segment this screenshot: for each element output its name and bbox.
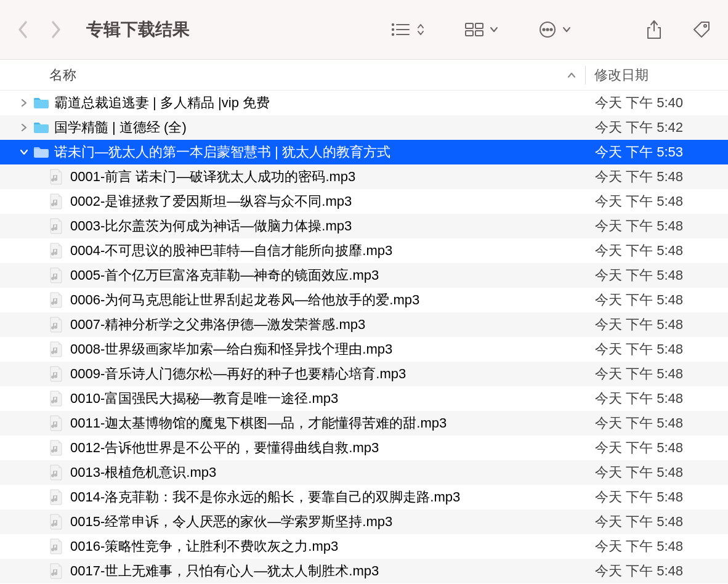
folder-row[interactable]: 霸道总裁追逃妻 | 多人精品 |vip 免费今天 下午 5:40 (0, 91, 728, 115)
svg-point-13 (550, 28, 552, 30)
file-row[interactable]: 0006-为何马克思能让世界刮起龙卷风—给他放手的爱.mp3今天 下午 5:48 (0, 288, 728, 312)
file-row[interactable]: 0012-告诉他世界是不公平的，要懂得曲线自救.mp3今天 下午 5:48 (0, 436, 728, 460)
svg-point-0 (392, 24, 394, 25)
date-modified: 今天 下午 5:48 (585, 463, 728, 482)
name-cell: 0005-首个亿万巨富洛克菲勒—神奇的镜面效应.mp3 (0, 266, 585, 285)
name-cell: 0002-是谁拯救了爱因斯坦—纵容与众不同.mp3 (0, 192, 585, 211)
folder-row[interactable]: 诺未门—犹太人的第一本启蒙智慧书 | 犹太人的教育方式今天 下午 5:53 (0, 140, 728, 164)
date-modified: 今天 下午 5:42 (585, 118, 728, 137)
date-modified: 今天 下午 5:48 (585, 217, 728, 235)
view-list-button[interactable] (390, 22, 425, 37)
date-modified: 今天 下午 5:48 (585, 340, 728, 359)
more-button[interactable] (538, 20, 572, 39)
file-row[interactable]: 0001-前言 诺未门—破译犹太人成功的密码.mp3今天 下午 5:48 (0, 164, 728, 189)
file-name: 0002-是谁拯救了爱因斯坦—纵容与众不同.mp3 (70, 192, 352, 211)
svg-point-15 (704, 25, 706, 27)
date-modified: 今天 下午 5:48 (585, 439, 728, 457)
sort-indicator-icon (567, 71, 576, 79)
column-name-label: 名称 (49, 66, 76, 84)
svg-point-4 (392, 34, 394, 35)
audio-file-icon (49, 538, 63, 554)
folder-icon (33, 121, 49, 134)
date-modified: 今天 下午 5:40 (585, 94, 728, 112)
audio-file-icon (49, 292, 63, 308)
nav-arrows (17, 20, 62, 39)
toolbar-right (645, 20, 711, 39)
tags-button[interactable] (692, 20, 711, 39)
name-cell: 0015-经常申诉，令人厌恶的家伙—学索罗斯坚持.mp3 (0, 513, 585, 531)
window-title: 专辑下载结果 (86, 18, 190, 41)
audio-file-icon (49, 563, 63, 579)
folder-icon (33, 146, 49, 158)
date-modified: 今天 下午 5:48 (585, 562, 728, 580)
name-cell: 0017-世上无难事，只怕有心人—犹太人制胜术.mp3 (0, 562, 585, 580)
column-date-label: 修改日期 (594, 67, 649, 83)
name-cell: 0014-洛克菲勒：我不是你永远的船长，要靠自己的双脚走路.mp3 (0, 488, 585, 506)
file-name: 0014-洛克菲勒：我不是你永远的船长，要靠自己的双脚走路.mp3 (70, 488, 460, 506)
file-row[interactable]: 0013-根植危机意识.mp3今天 下午 5:48 (0, 460, 728, 485)
disclosure-triangle[interactable] (17, 148, 31, 156)
name-cell: 0006-为何马克思能让世界刮起龙卷风—给他放手的爱.mp3 (0, 291, 585, 309)
chevron-down-icon (489, 26, 499, 33)
svg-point-2 (392, 29, 394, 30)
audio-file-icon (49, 489, 63, 505)
file-list: 霸道总裁追逃妻 | 多人精品 |vip 免费今天 下午 5:40国学精髓 | 道… (0, 91, 728, 583)
date-modified: 今天 下午 5:48 (585, 315, 728, 334)
file-row[interactable]: 0017-世上无难事，只怕有心人—犹太人制胜术.mp3今天 下午 5:48 (0, 559, 728, 583)
file-row[interactable]: 0003-比尔盖茨为何成为神话—做脑力体操.mp3今天 下午 5:48 (0, 214, 728, 238)
file-row[interactable]: 0007-精神分析学之父弗洛伊德—激发荣誉感.mp3今天 下午 5:48 (0, 312, 728, 337)
file-row[interactable]: 0008-世界级画家毕加索—给白痴和怪异找个理由.mp3今天 下午 5:48 (0, 337, 728, 362)
file-name: 国学精髓 | 道德经 (全) (54, 118, 187, 137)
column-header-name[interactable]: 名称 (0, 66, 585, 84)
file-row[interactable]: 0002-是谁拯救了爱因斯坦—纵容与众不同.mp3今天 下午 5:48 (0, 189, 728, 214)
file-name: 0003-比尔盖茨为何成为神话—做脑力体操.mp3 (70, 217, 352, 235)
group-button[interactable] (464, 22, 499, 37)
file-row[interactable]: 0005-首个亿万巨富洛克菲勒—神奇的镜面效应.mp3今天 下午 5:48 (0, 263, 728, 288)
audio-file-icon (49, 193, 63, 209)
name-cell: 0007-精神分析学之父弗洛伊德—激发荣誉感.mp3 (0, 315, 585, 334)
column-header-date[interactable]: 修改日期 (586, 66, 728, 84)
file-row[interactable]: 0015-经常申诉，令人厌恶的家伙—学索罗斯坚持.mp3今天 下午 5:48 (0, 509, 728, 534)
toolbar-center (390, 20, 572, 39)
svg-rect-6 (466, 23, 473, 28)
date-modified: 今天 下午 5:48 (585, 291, 728, 309)
folder-icon (33, 97, 49, 109)
name-cell: 0012-告诉他世界是不公平的，要懂得曲线自救.mp3 (0, 439, 585, 457)
file-name: 0016-策略性竞争，让胜利不费吹灰之力.mp3 (70, 537, 338, 556)
audio-file-icon (49, 243, 63, 259)
share-button[interactable] (645, 20, 663, 39)
date-modified: 今天 下午 5:48 (585, 389, 728, 408)
file-name: 0013-根植危机意识.mp3 (70, 463, 216, 482)
name-cell: 诺未门—犹太人的第一本启蒙智慧书 | 犹太人的教育方式 (0, 143, 585, 161)
file-name: 0007-精神分析学之父弗洛伊德—激发荣誉感.mp3 (70, 315, 365, 334)
file-row[interactable]: 0016-策略性竞争，让胜利不费吹灰之力.mp3今天 下午 5:48 (0, 534, 728, 559)
back-button[interactable] (17, 20, 28, 39)
disclosure-triangle[interactable] (17, 99, 31, 107)
audio-file-icon (49, 391, 63, 407)
svg-point-11 (543, 28, 544, 30)
audio-file-icon (49, 366, 63, 382)
folder-row[interactable]: 国学精髓 | 道德经 (全)今天 下午 5:42 (0, 115, 728, 140)
name-cell: 0003-比尔盖茨为何成为神话—做脑力体操.mp3 (0, 217, 585, 235)
audio-file-icon (49, 317, 63, 333)
audio-file-icon (49, 514, 63, 530)
file-name: 霸道总裁追逃妻 | 多人精品 |vip 免费 (54, 94, 270, 112)
date-modified: 今天 下午 5:53 (585, 143, 728, 161)
column-headers: 名称 修改日期 (0, 60, 728, 91)
disclosure-triangle[interactable] (17, 123, 31, 132)
file-row[interactable]: 0004-不可思议的股神巴菲特—自信才能所向披靡.mp3今天 下午 5:48 (0, 238, 728, 263)
date-modified: 今天 下午 5:48 (585, 488, 728, 506)
file-name: 诺未门—犹太人的第一本启蒙智慧书 | 犹太人的教育方式 (54, 143, 390, 161)
file-name: 0012-告诉他世界是不公平的，要懂得曲线自救.mp3 (70, 439, 379, 457)
forward-button[interactable] (51, 20, 62, 39)
name-cell: 0008-世界级画家毕加索—给白痴和怪异找个理由.mp3 (0, 340, 585, 359)
name-cell: 0009-音乐诗人门德尔松—再好的种子也要精心培育.mp3 (0, 365, 585, 383)
file-row[interactable]: 0011-迦太基博物馆的魔鬼下棋图—品，才能懂得苦难的甜.mp3今天 下午 5:… (0, 411, 728, 436)
file-row[interactable]: 0010-富国强民大揭秘—教育是唯一途径.mp3今天 下午 5:48 (0, 386, 728, 411)
updown-icon (416, 23, 425, 36)
date-modified: 今天 下午 5:48 (585, 513, 728, 531)
file-row[interactable]: 0014-洛克菲勒：我不是你永远的船长，要靠自己的双脚走路.mp3今天 下午 5… (0, 485, 728, 509)
audio-file-icon (49, 464, 63, 481)
date-modified: 今天 下午 5:48 (585, 192, 728, 211)
file-row[interactable]: 0009-音乐诗人门德尔松—再好的种子也要精心培育.mp3今天 下午 5:48 (0, 362, 728, 386)
